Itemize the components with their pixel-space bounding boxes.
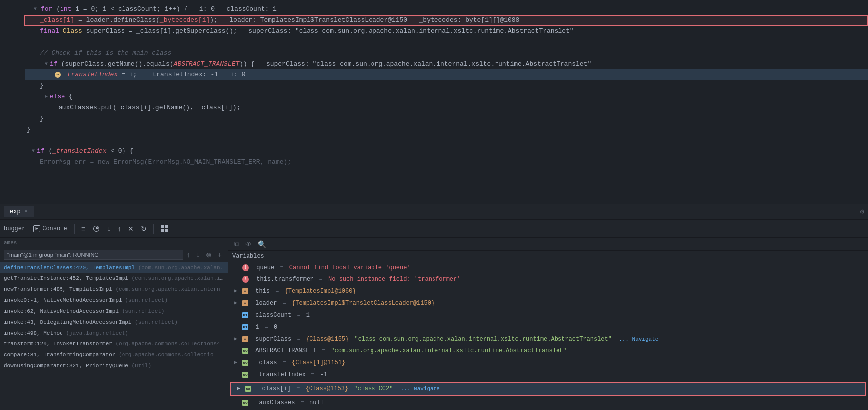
code-line-3: final Class superClass = _class[i].getSu… (25, 26, 868, 37)
var-class: ▶ oo _class = {Class[1]@1151} (228, 357, 868, 369)
svg-rect-2 (161, 229, 164, 232)
frame-item-4[interactable]: invoke:62, NativeMethodAccessorImpl (sun… (0, 306, 228, 317)
panel-content: ames "main"@1 in group "main": RUNNING ↑… (0, 238, 868, 410)
var-classcount: 01 classCount = 1 (228, 309, 868, 321)
code-line-5: // Check if this is the main class (25, 48, 868, 59)
toolbar-btn-run-to-cursor[interactable]: ✕ (125, 223, 136, 234)
debugger-toolbar: bugger ▶ Console ≡ ↓ ↑ ✕ ↻ ≣ (0, 220, 868, 238)
thread-filter-btn[interactable]: ⊛ (204, 250, 214, 260)
tab-exp[interactable]: exp × (4, 206, 34, 217)
frame-item-2[interactable]: newTransformer:485, TemplatesImpl (com.s… (0, 284, 228, 295)
var-auxclasses: oo _auxClasses = null (228, 397, 868, 409)
console-label: Console (42, 225, 67, 232)
toolbar-btn-step-out[interactable]: ↑ (115, 223, 124, 234)
error-icon-transformer: ! (242, 276, 249, 283)
console-button[interactable]: ▶ Console (30, 224, 70, 234)
code-line-7: → _transletIndex = i; _transletIndex: -1… (25, 69, 868, 80)
tab-exp-close[interactable]: × (25, 209, 28, 214)
var-toolbar-inspect[interactable]: 🔍 (256, 239, 268, 249)
var-queue: ! queue = Cannot find local variable 'qu… (228, 262, 868, 273)
thread-up-btn[interactable]: ↑ (185, 250, 192, 260)
var-class-i[interactable]: ▶ oo _class[i] = {Class@1153} "class CC2… (231, 383, 865, 395)
code-line-14: ▼ if ( _transletIndex < 0) { (25, 146, 868, 157)
var-abstract-translet: oo ABSTRACT_TRANSLET = "com.sun.org.apac… (228, 345, 868, 357)
variables-list: ! queue = Cannot find local variable 'qu… (228, 262, 868, 410)
settings-icon[interactable]: ⚙ (860, 207, 864, 216)
variables-panel: ⧉ 👁 🔍 Variables ! queue = Cannot find lo… (228, 238, 868, 410)
toolbar-divider-1 (74, 224, 75, 234)
var-this-transformer: ! this.transformer = No such instance fi… (228, 273, 868, 285)
class-i-navigate[interactable]: ... Navigate (401, 384, 440, 394)
thread-selector: "main"@1 in group "main": RUNNING ↑ ↓ ⊛ … (0, 248, 228, 262)
frame-item-9[interactable]: downUsingComparator:321, PriorityQueue (… (0, 360, 228, 371)
bottom-panel: exp × ⚙ bugger ▶ Console ≡ ↓ ↑ ✕ ↻ ≣ ame… (0, 204, 868, 410)
frame-item-0[interactable]: defineTransletClasses:420, TemplatesImpl… (0, 262, 228, 273)
frame-item-5[interactable]: invoke:43, DelegatingMethodAccessorImpl … (0, 317, 228, 328)
code-line-2: _class[i] = loader .defineClass( _byteco… (24, 15, 868, 26)
var-superclass: ▶ ≡ superClass = {Class@1155} "class com… (228, 333, 868, 345)
var-toolbar-copy[interactable]: ⧉ (232, 239, 241, 249)
tab-exp-label: exp (10, 208, 21, 215)
panel-tabs: exp × ⚙ (0, 204, 868, 220)
code-line-blank2 (25, 135, 868, 146)
frames-panel: ames "main"@1 in group "main": RUNNING ↑… (0, 238, 228, 410)
code-line-12: } (25, 124, 868, 135)
variables-toolbar: ⧉ 👁 🔍 (228, 238, 868, 251)
code-lines: ▼ for ( int i = 0; i < classCount; i++) … (20, 0, 868, 172)
frame-item-6[interactable]: invoke:498, Method (java.lang.reflect) (0, 328, 228, 339)
thread-add-btn[interactable]: + (216, 250, 224, 260)
frames-header: ames (0, 238, 228, 248)
toolbar-btn-table[interactable] (158, 223, 171, 234)
variables-header: Variables (228, 251, 868, 262)
thread-dropdown[interactable]: "main"@1 in group "main": RUNNING (4, 250, 183, 260)
toolbar-btn-step-over[interactable] (90, 223, 103, 234)
svg-rect-3 (165, 229, 168, 232)
frame-item-3[interactable]: invoke0:-1, NativeMethodAccessorImpl (su… (0, 295, 228, 306)
error-icon-queue: ! (242, 264, 249, 271)
toolbar-btn-evaluate[interactable]: ↻ (138, 223, 149, 234)
code-line-10: _auxClasses.put(_class[i].getName(), _cl… (25, 102, 868, 113)
var-this: ▶ ≡ this = {TemplatesImpl@1060} (228, 285, 868, 297)
var-loader: ▶ ≡ loader = {TemplatesImpl$TransletClas… (228, 297, 868, 309)
thread-down-btn[interactable]: ↓ (194, 250, 202, 260)
frame-item-1[interactable]: getTransletInstance:452, TemplatesImpl (… (0, 273, 228, 284)
superclass-navigate[interactable]: ... Navigate (619, 334, 658, 344)
code-line-blank1 (25, 37, 868, 48)
frames-list: defineTransletClasses:420, TemplatesImpl… (0, 262, 228, 410)
frame-item-8[interactable]: compare:81, TransformingComparator (org.… (0, 349, 228, 360)
var-transletindex: oo _transletIndex = -1 (228, 369, 868, 381)
var-toolbar-watch[interactable]: 👁 (243, 239, 254, 249)
toolbar-btn-collapse[interactable]: ≣ (173, 223, 184, 234)
toolbar-btn-list[interactable]: ≡ (79, 223, 88, 234)
frame-item-7[interactable]: transform:129, InvokerTransformer (org.a… (0, 339, 228, 349)
var-class-i-container: ▶ oo _class[i] = {Class@1153} "class CC2… (230, 382, 866, 396)
toolbar-btn-step-into[interactable]: ↓ (105, 223, 113, 234)
svg-rect-0 (161, 225, 164, 228)
debugger-label: bugger (4, 225, 25, 232)
code-line-6: ▼ if (superClass.getName().equals( ABSTR… (25, 59, 868, 69)
svg-rect-1 (165, 225, 168, 228)
toolbar-divider-2 (153, 224, 154, 234)
console-icon: ▶ (33, 225, 40, 232)
code-line-9: ▶ else { (25, 91, 868, 102)
code-line-15: ErrorMsg err = new ErrorMsg(ErrorMsg.NO_… (25, 157, 868, 168)
code-line-8: } (25, 80, 868, 91)
var-i: 01 i = 0 (228, 321, 868, 333)
code-editor: ▼ for ( int i = 0; i < classCount; i++) … (0, 0, 868, 204)
code-line-11: } (25, 113, 868, 124)
code-line-1: ▼ for ( int i = 0; i < classCount; i++) … (25, 4, 868, 15)
